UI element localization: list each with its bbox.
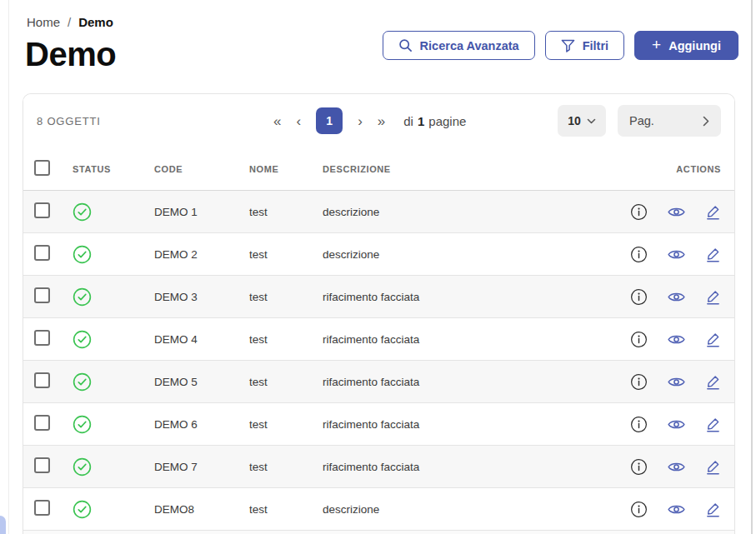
- status-ok-icon: [73, 245, 154, 264]
- next-page-button[interactable]: ›: [358, 114, 363, 128]
- view-eye-icon[interactable]: [668, 291, 685, 303]
- table-row: DEMO 3 test rifacimento facciata: [23, 276, 734, 318]
- status-ok-icon: [73, 287, 154, 307]
- view-eye-icon[interactable]: [668, 503, 685, 516]
- row-actions: [596, 458, 721, 476]
- info-icon[interactable]: [630, 373, 648, 391]
- row-actions: [596, 373, 721, 391]
- info-icon[interactable]: [630, 288, 648, 306]
- cell-code: DEMO8: [154, 503, 249, 516]
- last-page-button[interactable]: »: [378, 114, 385, 128]
- page-jump-label: Pag.: [629, 114, 654, 127]
- edit-pencil-icon[interactable]: [705, 204, 721, 220]
- page-actions-bar: Ricerca Avanzata Filtri + Aggiungi: [383, 31, 738, 60]
- info-icon[interactable]: [630, 458, 648, 476]
- row-checkbox[interactable]: [34, 287, 50, 303]
- edit-pencil-icon[interactable]: [705, 374, 721, 390]
- cell-descrizione: rifacimento facciata: [323, 291, 596, 303]
- cell-code: DEMO 6: [154, 418, 249, 431]
- filter-funnel-icon: [561, 39, 575, 52]
- cell-descrizione: descrizione: [323, 503, 596, 516]
- cell-code: DEMO 3: [154, 291, 249, 303]
- info-icon[interactable]: [630, 331, 648, 348]
- status-ok-icon: [73, 457, 154, 477]
- cell-descrizione: descrizione: [323, 248, 596, 261]
- row-checkbox[interactable]: [34, 202, 50, 218]
- total-pages: 1: [418, 114, 424, 128]
- edit-pencil-icon[interactable]: [705, 502, 721, 517]
- cell-descrizione: rifacimento facciata: [323, 418, 596, 431]
- first-page-button[interactable]: «: [273, 114, 281, 128]
- view-eye-icon[interactable]: [668, 333, 685, 346]
- breadcrumb-home-link[interactable]: Home: [27, 15, 60, 29]
- row-checkbox[interactable]: [34, 330, 50, 346]
- pages-label: pagine: [428, 114, 466, 128]
- info-icon[interactable]: [630, 246, 648, 263]
- view-eye-icon[interactable]: [668, 248, 685, 261]
- row-checkbox[interactable]: [34, 372, 50, 388]
- cell-code: DEMO 1: [154, 206, 249, 218]
- row-actions: [596, 246, 721, 263]
- breadcrumb-separator: /: [68, 15, 71, 29]
- info-icon[interactable]: [630, 416, 648, 433]
- page-jump-button[interactable]: Pag.: [618, 105, 721, 137]
- info-icon[interactable]: [630, 501, 648, 518]
- table-row: DEMO 6 test rifacimento facciata: [23, 403, 734, 446]
- cell-nome: test: [249, 248, 323, 261]
- sidebar-edge-accent: [0, 516, 6, 534]
- add-label: Aggiungi: [668, 39, 721, 52]
- row-checkbox[interactable]: [34, 500, 50, 516]
- cell-nome: test: [249, 376, 323, 388]
- row-actions: [596, 288, 721, 306]
- row-checkbox[interactable]: [34, 415, 50, 431]
- cell-descrizione: descrizione: [323, 206, 596, 218]
- right-edge-divider: [751, 0, 753, 534]
- cell-descrizione: rifacimento facciata: [323, 376, 596, 388]
- row-checkbox[interactable]: [34, 245, 50, 261]
- page-size-select[interactable]: 10: [558, 105, 606, 137]
- info-icon[interactable]: [630, 203, 648, 221]
- cell-code: DEMO 7: [154, 461, 249, 473]
- breadcrumb-current: Demo: [78, 15, 113, 29]
- row-actions: [596, 331, 721, 348]
- table-row: DEMO 5 test rifacimento facciata: [23, 361, 734, 403]
- results-card: 8 OGGETTI « ‹ 1 › » di 1 pagine 10 Pag.: [23, 93, 735, 534]
- filters-button[interactable]: Filtri: [545, 31, 624, 60]
- cell-nome: test: [249, 206, 323, 218]
- current-page-button[interactable]: 1: [316, 107, 343, 134]
- status-ok-icon: [73, 330, 154, 349]
- view-eye-icon[interactable]: [668, 418, 685, 431]
- view-eye-icon[interactable]: [668, 461, 685, 473]
- previous-page-button[interactable]: ‹: [296, 114, 301, 128]
- edit-pencil-icon[interactable]: [705, 332, 721, 347]
- edit-pencil-icon[interactable]: [705, 417, 721, 432]
- page-header: Home / Demo Demo: [27, 15, 116, 73]
- of-label: di: [403, 114, 413, 128]
- left-edge-divider: [8, 0, 9, 534]
- select-all-checkbox[interactable]: [34, 160, 50, 176]
- item-count: 8 OGGETTI: [37, 115, 273, 127]
- advanced-search-button[interactable]: Ricerca Avanzata: [383, 31, 535, 60]
- edit-pencil-icon[interactable]: [705, 289, 721, 305]
- list-controls: 8 OGGETTI « ‹ 1 › » di 1 pagine 10 Pag.: [23, 94, 734, 147]
- table-row: DEMO8 test descrizione: [23, 488, 734, 531]
- status-ok-icon: [73, 500, 154, 519]
- chevron-down-icon: [587, 118, 596, 124]
- add-button[interactable]: + Aggiungi: [634, 31, 738, 60]
- view-eye-icon[interactable]: [668, 376, 685, 388]
- filters-label: Filtri: [583, 39, 608, 52]
- cell-code: DEMO 5: [154, 376, 249, 388]
- cell-nome: test: [249, 503, 323, 516]
- page-title: Demo: [25, 36, 116, 73]
- status-ok-icon: [73, 415, 154, 434]
- cell-nome: test: [249, 291, 323, 303]
- edit-pencil-icon[interactable]: [705, 247, 721, 262]
- view-eye-icon[interactable]: [668, 206, 685, 218]
- edit-pencil-icon[interactable]: [705, 459, 721, 475]
- table-row: DEMO 7 test rifacimento facciata: [23, 446, 734, 488]
- cell-nome: test: [249, 333, 323, 346]
- table-row: DEMO 1 test descrizione: [23, 191, 734, 233]
- row-checkbox[interactable]: [34, 457, 50, 473]
- table-body: DEMO 1 test descrizione DEMO 2 test desc…: [23, 191, 734, 531]
- cell-code: DEMO 4: [154, 333, 249, 346]
